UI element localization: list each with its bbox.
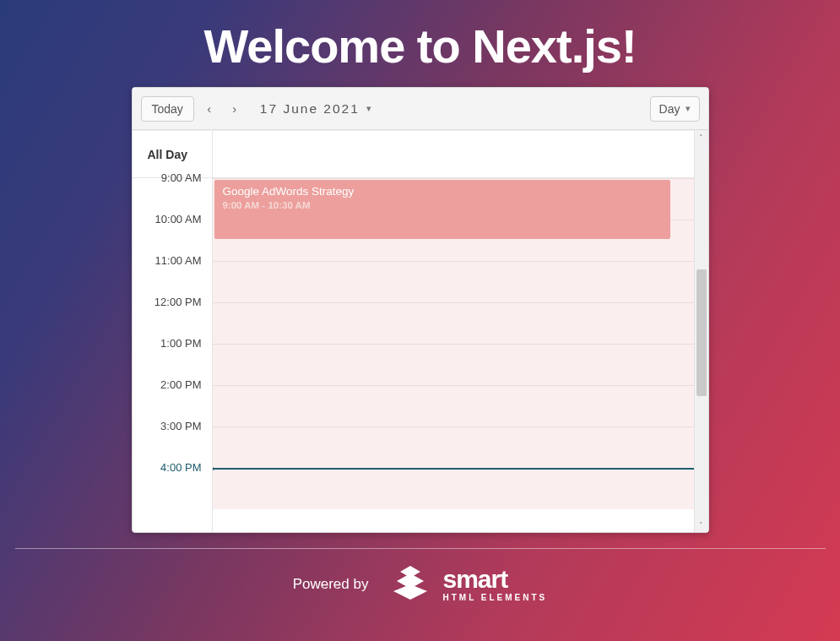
brand-logo: smart HTML ELEMENTS [387,566,547,603]
date-picker-button[interactable]: 17 June 2021 ▾ [260,101,373,117]
scroll-down-button[interactable]: ˅ [695,519,708,532]
scheduler-toolbar: Today ‹ › 17 June 2021 ▾ Day ▾ [133,88,708,130]
grid-line [213,426,694,427]
svg-marker-2 [393,584,427,600]
powered-by-label: Powered by [293,576,369,593]
brand-tagline: HTML ELEMENTS [442,594,547,602]
current-date-label: 17 June 2021 [260,101,360,117]
timed-grid[interactable]: Google AdWords Strategy9:00 AM - 10:30 A… [213,178,694,509]
calendar-event[interactable]: Google AdWords Strategy9:00 AM - 10:30 A… [214,180,670,239]
event-time-label: 9:00 AM - 10:30 AM [223,200,662,210]
grid-line [213,178,694,179]
current-time-indicator [213,468,694,470]
scheduler-body: All Day 9:00 AM10:00 AM11:00 AM12:00 PM1… [133,130,708,532]
footer: Powered by smart HTML ELEMENTS [293,566,548,603]
view-label: Day [659,102,680,116]
time-axis-column: All Day 9:00 AM10:00 AM11:00 AM12:00 PM1… [133,131,213,532]
chevron-right-icon: › [232,101,236,116]
grid-line [213,344,694,345]
time-axis-label: 9:00 AM [133,171,212,213]
scheduler-card: Today ‹ › 17 June 2021 ▾ Day ▾ All Day 9… [132,87,709,533]
scroll-up-button[interactable]: ˄ [695,131,708,144]
event-title: Google AdWords Strategy [223,185,662,198]
current-time-marker-icon [213,464,215,473]
allday-cell[interactable] [213,131,694,178]
time-axis-label: 10:00 AM [133,213,212,254]
page-title: Welcome to Next.js! [203,19,636,73]
view-select-button[interactable]: Day ▾ [650,96,700,122]
prev-button[interactable]: ‹ [199,99,219,119]
grid-line [213,261,694,262]
grid-line [213,302,694,303]
time-axis-label: 1:00 PM [133,337,212,378]
caret-down-icon: ˅ [699,521,703,530]
brand-name: smart [442,567,547,592]
time-axis-label: 11:00 AM [133,254,212,296]
vertical-scrollbar[interactable]: ˄ ˅ [694,131,708,532]
time-axis-label: 2:00 PM [133,378,212,420]
grid-line [213,385,694,386]
chevron-down-icon: ▾ [366,103,373,114]
time-axis-label: 3:00 PM [133,420,212,461]
time-axis-label: 12:00 PM [133,296,212,337]
today-button[interactable]: Today [141,96,194,122]
next-button[interactable]: › [225,99,245,119]
caret-up-icon: ˄ [699,133,703,142]
time-axis-label: 4:00 PM [133,461,212,502]
diamond-stack-icon [387,566,434,603]
chevron-left-icon: ‹ [207,101,211,116]
scrollbar-thumb[interactable] [696,269,707,396]
day-grid-column[interactable]: Google AdWords Strategy9:00 AM - 10:30 A… [213,131,694,532]
chevron-down-icon: ▾ [686,103,691,114]
footer-divider [15,548,826,549]
